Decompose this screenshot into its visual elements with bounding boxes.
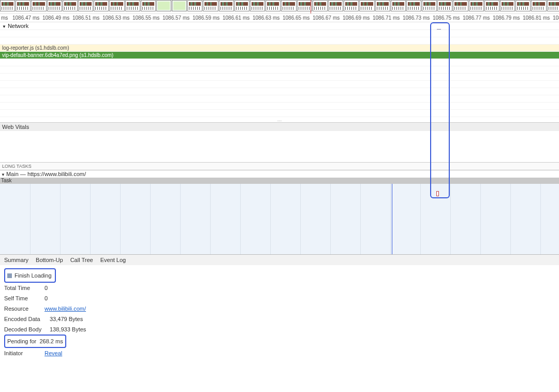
ruler-tick: 1086.51 ms	[72, 15, 99, 21]
network-ellipsis: …	[0, 117, 559, 122]
pending-for-value: 268.2 ms	[39, 336, 63, 346]
pending-for-box: Pending for 268.2 ms	[4, 335, 66, 348]
ruler-tick: 1086.77 ms	[463, 15, 490, 21]
ruler-tick: 1086.81 ms	[523, 15, 550, 21]
ruler-tick: 1086.57 ms	[163, 15, 189, 21]
web-vitals-label: Web Vitals	[0, 123, 559, 131]
main-header[interactable]: Main — https://www.bilibili.com/	[0, 170, 559, 178]
network-row-vip-banner[interactable]: vip-default-banner.6db4a7ed.png (s1.hdsl…	[0, 52, 559, 59]
main-thread-panel[interactable]: Main — https://www.bilibili.com/ Task	[0, 170, 559, 254]
decoded-body-value: 138,933 Bytes	[50, 324, 86, 335]
ruler-tick: 1086.61 ms	[223, 15, 249, 21]
encoded-data-label: Encoded Data	[4, 314, 50, 324]
time-cursor[interactable]	[392, 184, 392, 254]
time-ruler[interactable]: ms 1086.47 ms1086.49 ms1086.51 ms1086.53…	[0, 13, 559, 22]
ruler-tick: 1086.63 ms	[253, 15, 280, 21]
filmstrip[interactable]	[0, 0, 559, 13]
network-title: Network	[8, 23, 28, 29]
decoded-body-label: Decoded Body	[4, 324, 50, 335]
tab-summary[interactable]: Summary	[4, 257, 28, 263]
chevron-down-icon	[2, 23, 8, 29]
self-time-label: Self Time	[4, 293, 45, 303]
flame-event-finish-loading[interactable]	[436, 191, 439, 196]
ruler-tick: 1086.75 ms	[433, 15, 460, 21]
ruler-tick: 1086.55 ms	[133, 15, 159, 21]
pending-for-label: Pending for	[7, 336, 36, 346]
total-time-value: 0	[45, 283, 48, 293]
ruler-tick: ms	[1, 15, 8, 21]
flame-chart[interactable]	[0, 184, 559, 254]
ruler-tick: 1086.59 ms	[193, 15, 219, 21]
ruler-tick: 108	[553, 15, 559, 21]
long-tasks-panel[interactable]: LONG TASKS	[0, 162, 559, 170]
network-header[interactable]: Network	[0, 22, 559, 30]
tabs: Summary Bottom-Up Call Tree Event Log	[0, 254, 559, 265]
tab-call-tree[interactable]: Call Tree	[70, 257, 93, 263]
ruler-tick: 1086.65 ms	[283, 15, 310, 21]
task-bar[interactable]: Task	[0, 178, 559, 184]
ruler-tick: 1086.47 ms	[12, 15, 39, 21]
ruler-tick: 1086.79 ms	[493, 15, 520, 21]
finish-loading-label: Finish Loading	[14, 270, 52, 281]
encoded-data-value: 33,479 Bytes	[50, 314, 83, 324]
ruler-tick: 1086.71 ms	[373, 15, 400, 21]
ruler-tick: 1086.53 ms	[102, 15, 129, 21]
ruler-tick: 1086.73 ms	[403, 15, 430, 21]
resource-link[interactable]: www.bilibili.com/	[45, 303, 86, 314]
total-time-label: Total Time	[4, 283, 45, 293]
ruler-tick: 1086.69 ms	[343, 15, 370, 21]
tab-bottom-up[interactable]: Bottom-Up	[36, 257, 63, 263]
network-row-log-reporter[interactable]: log-reporter.js (s1.hdslb.com)	[0, 45, 559, 52]
network-panel[interactable]: log-reporter.js (s1.hdslb.com) vip-defau…	[0, 30, 559, 122]
initiator-label: Initiator	[4, 348, 45, 358]
initiator-reveal-link[interactable]: Reveal	[45, 348, 62, 358]
marker-tick	[437, 29, 441, 31]
color-swatch	[7, 273, 12, 278]
summary-panel: Finish Loading Total Time0 Self Time0 Re…	[0, 265, 559, 358]
main-title: Main — https://www.bilibili.com/	[6, 171, 86, 177]
tab-event-log[interactable]: Event Log	[100, 257, 126, 263]
self-time-value: 0	[45, 293, 48, 303]
long-tasks-label: LONG TASKS	[0, 163, 559, 170]
ruler-tick: 1086.49 ms	[42, 15, 69, 21]
chevron-down-icon	[1, 171, 6, 177]
web-vitals-panel[interactable]: Web Vitals	[0, 122, 559, 162]
resource-label: Resource	[4, 303, 45, 314]
finish-loading-badge[interactable]: Finish Loading	[4, 268, 56, 283]
ruler-tick: 1086.67 ms	[313, 15, 340, 21]
